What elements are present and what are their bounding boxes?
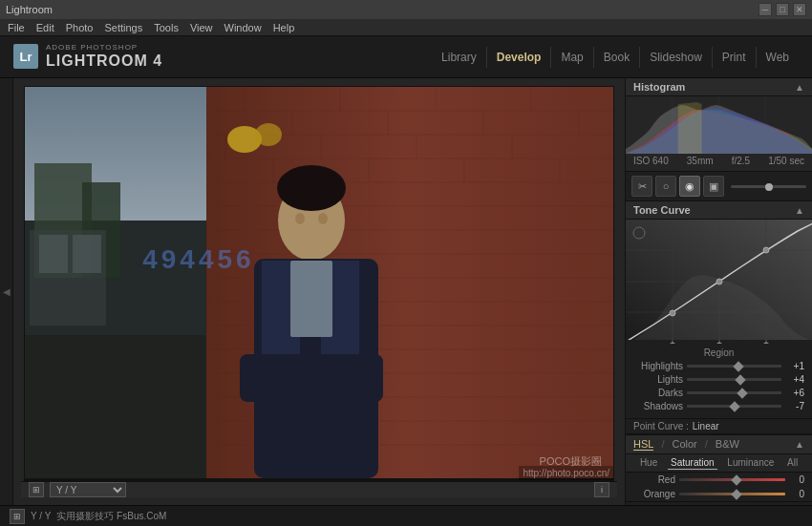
region-label: Region: [633, 347, 804, 358]
red-value: 0: [789, 474, 804, 485]
orange-slider[interactable]: [679, 493, 785, 495]
hsl-section: HSL / Color / B&W ▲ Hue Saturation Lumin…: [626, 434, 812, 501]
hsl-tab-hsl[interactable]: HSL: [633, 438, 653, 451]
menu-tools[interactable]: Tools: [154, 22, 179, 33]
module-web[interactable]: Web: [756, 47, 799, 68]
bottom-bar: ⊞ Y / Y 实用摄影技巧 FsBus.CoM: [0, 505, 812, 526]
lr-badge: Lr: [13, 44, 38, 69]
watermark-url: http://photo.poco.cn/: [519, 466, 613, 480]
module-slideshow[interactable]: Slideshow: [639, 47, 712, 68]
module-develop[interactable]: Develop: [486, 47, 551, 68]
tone-curve-title: Tone Curve: [633, 204, 691, 216]
shutter-value: 1/50 sec: [768, 156, 804, 166]
hsl-collapse-icon: ▲: [795, 439, 804, 450]
bottom-left: ⊞ Y / Y 实用摄影技巧 FsBus.CoM: [10, 509, 166, 524]
adobe-text: ADOBE PHOTOSHOP: [46, 44, 162, 53]
tool-spot[interactable]: ○: [655, 176, 676, 197]
menu-settings[interactable]: Settings: [104, 22, 142, 33]
hsl-subtab-all[interactable]: All: [784, 456, 801, 470]
window-title: Lightroom: [6, 4, 53, 15]
darks-slider[interactable]: [687, 391, 781, 394]
shadows-label: Shadows: [633, 401, 683, 411]
photo-container: 494456 POCO摄影圈 http://photo.poco.cn/: [24, 86, 614, 481]
histogram-canvas-container: ISO 640 35mm f/2.5 1/50 sec: [626, 96, 812, 171]
highlights-label: Highlights: [633, 361, 683, 371]
view-select[interactable]: Y / Y Before/After: [50, 482, 126, 497]
red-label: Red: [633, 474, 675, 485]
window-controls[interactable]: ─ □ ✕: [759, 3, 806, 16]
hsl-tabs: HSL / Color / B&W: [633, 438, 739, 451]
grid-btn[interactable]: ⊞: [10, 509, 25, 524]
hsl-tab-color[interactable]: Color: [672, 438, 696, 451]
point-curve-label: Point Curve :: [633, 421, 689, 431]
point-curve-row: Point Curve : Linear: [626, 418, 812, 433]
main-content: ◀: [0, 78, 812, 505]
histogram-title: Histogram: [633, 81, 685, 93]
lights-row: Lights +4: [633, 374, 804, 385]
hsl-tab-bw[interactable]: B&W: [716, 438, 739, 451]
modules-bar: Library Develop Map Book Slideshow Print…: [432, 47, 799, 68]
svg-point-64: [670, 310, 675, 316]
tools-slider-area: [731, 185, 806, 188]
lights-slider[interactable]: [687, 378, 781, 381]
svg-point-65: [716, 279, 722, 284]
highlights-row: Highlights +1: [633, 361, 804, 371]
histogram-collapse-icon: ▲: [795, 82, 804, 93]
menu-edit[interactable]: Edit: [36, 22, 54, 33]
prev-reset-row: Previous Reset: [626, 501, 812, 505]
grid-view-btn[interactable]: ⊞: [29, 482, 44, 497]
curve-container[interactable]: [626, 220, 812, 344]
menu-file[interactable]: File: [8, 22, 25, 33]
curve-graph: [626, 220, 812, 344]
point-curve-value[interactable]: Linear: [693, 421, 719, 431]
module-print[interactable]: Print: [712, 47, 756, 68]
svg-rect-46: [25, 87, 613, 478]
nav-text: Y / Y: [31, 511, 51, 521]
tool-redeye[interactable]: ◉: [679, 176, 700, 197]
shadows-value: -7: [785, 401, 804, 411]
highlights-slider[interactable]: [687, 365, 781, 368]
menu-bar: File Edit Photo Settings Tools View Wind…: [0, 19, 812, 36]
right-panel: Histogram ▲: [625, 78, 812, 505]
hsl-subtab-luminance[interactable]: Luminance: [724, 456, 777, 470]
hsl-header[interactable]: HSL / Color / B&W ▲: [626, 435, 812, 454]
minimize-button[interactable]: ─: [759, 3, 772, 16]
lights-value: +4: [785, 374, 804, 385]
module-book[interactable]: Book: [593, 47, 639, 68]
darks-row: Darks +6: [633, 388, 804, 398]
iso-value: ISO 640: [633, 156, 669, 166]
watermark-text: 494456: [142, 244, 254, 275]
close-button[interactable]: ✕: [793, 3, 806, 16]
header: Lr ADOBE PHOTOSHOP LIGHTROOM 4 Library D…: [0, 36, 812, 78]
orange-label: Orange: [633, 489, 675, 499]
module-map[interactable]: Map: [550, 47, 592, 68]
red-slider-row: Red 0: [626, 473, 812, 487]
photo-bottom-bar: ⊞ Y / Y Before/After i: [21, 481, 617, 497]
menu-photo[interactable]: Photo: [66, 22, 94, 33]
highlights-value: +1: [785, 361, 804, 371]
region-section: Region Highlights +1 Lights +4 Dark: [626, 344, 812, 418]
module-library[interactable]: Library: [432, 47, 486, 68]
menu-view[interactable]: View: [190, 22, 213, 33]
histogram-graph: [626, 96, 812, 154]
svg-point-66: [763, 247, 769, 253]
hsl-subtab-saturation[interactable]: Saturation: [668, 456, 717, 470]
tone-curve-collapse: ▲: [795, 205, 804, 216]
menu-window[interactable]: Window: [224, 22, 262, 33]
red-slider[interactable]: [679, 478, 785, 481]
hsl-subtabs: Hue Saturation Luminance All: [626, 454, 812, 473]
aperture-value: f/2.5: [732, 156, 750, 166]
maximize-button[interactable]: □: [776, 3, 789, 16]
svg-rect-49: [73, 235, 101, 273]
tool-crop[interactable]: ✂: [631, 176, 652, 197]
info-btn[interactable]: i: [594, 482, 609, 497]
tool-slider[interactable]: [731, 185, 806, 188]
tool-gradient[interactable]: ▣: [703, 176, 724, 197]
shadows-slider[interactable]: [687, 405, 781, 408]
histogram-header[interactable]: Histogram ▲: [626, 78, 812, 96]
tone-curve-header[interactable]: Tone Curve ▲: [626, 201, 812, 220]
photo-area: 494456 POCO摄影圈 http://photo.poco.cn/ ⊞ Y…: [13, 78, 625, 505]
menu-help[interactable]: Help: [273, 22, 295, 33]
darks-value: +6: [785, 388, 804, 398]
hsl-subtab-hue[interactable]: Hue: [637, 456, 660, 470]
